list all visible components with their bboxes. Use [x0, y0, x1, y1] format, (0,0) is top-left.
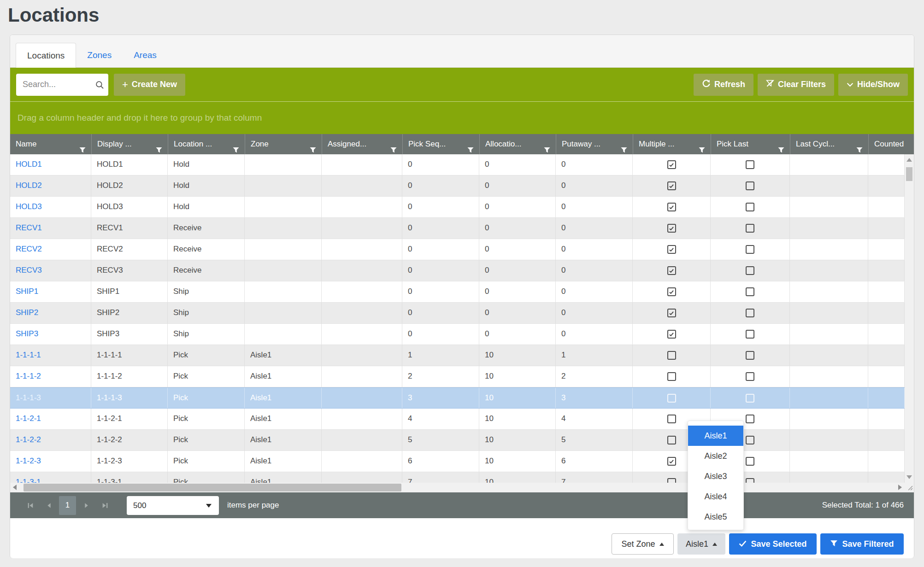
pick_last-checkbox[interactable]	[746, 160, 754, 169]
table-row[interactable]: RECV2RECV2Receive000	[10, 239, 905, 260]
pick_last-checkbox[interactable]	[746, 330, 754, 339]
multiple-checkbox[interactable]	[667, 330, 676, 339]
pick_last-checkbox[interactable]	[746, 224, 754, 233]
scroll-right-arrow-icon[interactable]	[898, 485, 902, 490]
column-header-zone[interactable]: Zone	[245, 134, 322, 154]
multiple-checkbox[interactable]	[667, 394, 676, 403]
create-new-button[interactable]: + Create New	[114, 74, 185, 96]
table-row[interactable]: HOLD2HOLD2Hold000	[10, 175, 905, 197]
pick_last-checkbox[interactable]	[746, 287, 754, 296]
location-link[interactable]: 1-1-2-2	[16, 435, 41, 444]
pick_last-checkbox[interactable]	[746, 478, 754, 483]
location-link[interactable]: 1-1-1-1	[16, 351, 41, 359]
vertical-scrollbar[interactable]	[905, 154, 914, 483]
column-header-putaway[interactable]: Putaway ...	[556, 134, 633, 154]
pick_last-checkbox[interactable]	[746, 245, 754, 254]
table-row[interactable]: 1-1-2-11-1-2-1PickAisle14104	[10, 409, 905, 430]
table-row[interactable]: SHIP1SHIP1Ship000	[10, 281, 905, 303]
zone-value-dropdown-button[interactable]: Aisle1	[677, 533, 725, 555]
location-link[interactable]: RECV1	[16, 223, 42, 232]
filter-funnel-icon[interactable]	[390, 141, 397, 154]
location-link[interactable]: HOLD1	[16, 160, 42, 169]
location-link[interactable]: 1-1-3-1	[16, 478, 41, 483]
location-link[interactable]: SHIP3	[16, 329, 38, 338]
search-icon[interactable]	[95, 80, 104, 91]
location-link[interactable]: 1-1-1-3	[16, 393, 41, 402]
pick_last-checkbox[interactable]	[746, 372, 754, 381]
table-row[interactable]: HOLD3HOLD3Hold000	[10, 197, 905, 218]
tab-locations[interactable]: Locations	[16, 43, 76, 68]
search-input[interactable]	[16, 74, 108, 96]
multiple-checkbox[interactable]	[667, 436, 676, 444]
next-page-button[interactable]	[77, 496, 95, 514]
location-link[interactable]: RECV2	[16, 245, 42, 253]
multiple-checkbox[interactable]	[667, 351, 676, 360]
multiple-checkbox[interactable]	[667, 203, 676, 211]
first-page-button[interactable]	[21, 496, 40, 514]
filter-funnel-icon[interactable]	[621, 141, 627, 154]
column-header-location[interactable]: Location ...	[168, 134, 245, 154]
multiple-checkbox[interactable]	[667, 181, 676, 190]
column-header-multiple[interactable]: Multiple ...	[633, 134, 711, 154]
multiple-checkbox[interactable]	[667, 224, 676, 233]
filter-funnel-icon[interactable]	[467, 141, 474, 154]
multiple-checkbox[interactable]	[667, 415, 676, 423]
table-row[interactable]: 1-1-1-11-1-1-1PickAisle11101	[10, 345, 905, 366]
vertical-scroll-thumb[interactable]	[906, 167, 912, 181]
location-link[interactable]: 1-1-2-1	[16, 414, 41, 423]
multiple-checkbox[interactable]	[667, 457, 676, 466]
multiple-checkbox[interactable]	[667, 266, 676, 275]
save-selected-button[interactable]: Save Selected	[729, 533, 817, 555]
location-link[interactable]: SHIP2	[16, 308, 38, 317]
multiple-checkbox[interactable]	[667, 160, 676, 169]
scroll-down-arrow-icon[interactable]	[906, 475, 912, 479]
pick_last-checkbox[interactable]	[746, 203, 754, 211]
table-row[interactable]: HOLD1HOLD1Hold000	[10, 154, 905, 175]
tab-areas[interactable]: Areas	[123, 43, 168, 67]
filter-funnel-icon[interactable]	[544, 141, 550, 154]
dropdown-item-aisle4[interactable]: Aisle4	[688, 486, 743, 507]
dropdown-item-aisle3[interactable]: Aisle3	[688, 466, 743, 486]
pick_last-checkbox[interactable]	[746, 351, 754, 360]
column-header-pick-last[interactable]: Pick Last	[711, 134, 790, 154]
location-link[interactable]: 1-1-2-3	[16, 456, 41, 465]
pick_last-checkbox[interactable]	[746, 181, 754, 190]
table-row[interactable]: SHIP3SHIP3Ship000	[10, 324, 905, 345]
scroll-left-arrow-icon[interactable]	[13, 485, 17, 490]
location-link[interactable]: HOLD3	[16, 202, 42, 211]
table-row[interactable]: 1-1-1-31-1-1-3PickAisle13103	[10, 387, 905, 409]
column-header-allocatio[interactable]: Allocatio...	[479, 134, 556, 154]
filter-funnel-icon[interactable]	[79, 141, 86, 154]
column-header-last-cycl[interactable]: Last Cycl...	[790, 134, 868, 154]
pick_last-checkbox[interactable]	[746, 415, 754, 423]
column-header-name[interactable]: Name	[10, 134, 91, 154]
location-link[interactable]: RECV3	[16, 266, 42, 275]
scroll-up-arrow-icon[interactable]	[906, 158, 912, 162]
table-row[interactable]: RECV3RECV3Receive000	[10, 260, 905, 281]
filter-funnel-icon[interactable]	[699, 141, 705, 154]
filter-funnel-icon[interactable]	[778, 141, 784, 154]
multiple-checkbox[interactable]	[667, 372, 676, 381]
filter-funnel-icon[interactable]	[856, 141, 863, 154]
filter-funnel-icon[interactable]	[233, 141, 239, 154]
pick_last-checkbox[interactable]	[746, 436, 754, 444]
table-row[interactable]: 1-1-3-11-1-3-1PickAisle17107	[10, 472, 905, 483]
table-row[interactable]: 1-1-2-21-1-2-2PickAisle15105	[10, 430, 905, 451]
horizontal-scroll-thumb[interactable]	[24, 484, 401, 491]
horizontal-scrollbar[interactable]	[10, 483, 905, 492]
pick_last-checkbox[interactable]	[746, 309, 754, 317]
table-row[interactable]: 1-1-1-21-1-1-2PickAisle12102	[10, 366, 905, 387]
save-filtered-button[interactable]: Save Filtered	[820, 533, 904, 555]
column-header-assigned[interactable]: Assigned...	[322, 134, 402, 154]
refresh-button[interactable]: Refresh	[694, 74, 753, 96]
location-link[interactable]: SHIP1	[16, 287, 38, 296]
location-link[interactable]: HOLD2	[16, 181, 42, 190]
multiple-checkbox[interactable]	[667, 287, 676, 296]
multiple-checkbox[interactable]	[667, 478, 676, 483]
dropdown-item-aisle2[interactable]: Aisle2	[688, 446, 743, 466]
resize-grip-icon[interactable]	[907, 484, 913, 492]
table-row[interactable]: SHIP2SHIP2Ship000	[10, 303, 905, 324]
dropdown-item-aisle1[interactable]: Aisle1	[688, 426, 743, 446]
clear-filters-button[interactable]: Clear Filters	[758, 74, 834, 96]
tab-zones[interactable]: Zones	[76, 43, 123, 67]
